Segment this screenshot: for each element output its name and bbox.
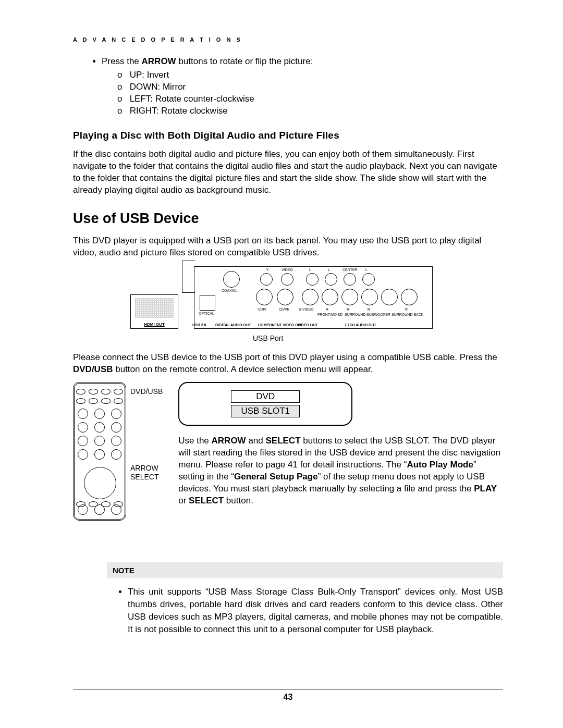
jack-icon — [260, 273, 273, 286]
section-heading-dual: Playing a Disc with Both Digital Audio a… — [73, 130, 503, 141]
caption: USB 2.0 — [192, 323, 206, 327]
jack-label: FRONT/MIXED — [317, 313, 342, 316]
jack-icon — [381, 289, 398, 305]
arrow-direction-list: UP: Invert DOWN: Mirror LEFT: Rotate cou… — [117, 69, 503, 117]
text: or — [178, 496, 189, 505]
text: Please connect the USB device to the USB… — [73, 352, 497, 362]
remote-button-icon — [78, 504, 88, 515]
jack-label: S-VIDEO — [299, 307, 314, 311]
note-heading: NOTE — [107, 562, 503, 578]
jack-icon — [256, 289, 273, 305]
arrow-keyword: ARROW — [142, 56, 176, 66]
text: Press the — [102, 56, 142, 66]
arrow-instruction-list: Press the ARROW buttons to rotate or fli… — [102, 56, 503, 117]
text: button. — [224, 496, 253, 505]
list-item: LEFT: Rotate counter-clockwise — [117, 93, 503, 105]
remote-button-icon — [94, 436, 105, 446]
optical-jack-icon — [200, 295, 215, 311]
page-footer: 43 — [73, 689, 503, 702]
jack-label: R — [368, 307, 370, 311]
caption: VIDEO OUT — [298, 323, 318, 327]
jack-icon — [361, 289, 378, 305]
remote-row — [75, 409, 125, 419]
remote-button-icon — [89, 389, 98, 394]
kw: PLAY — [474, 484, 497, 493]
jack-icon — [277, 289, 293, 305]
remote-button-icon — [78, 422, 88, 433]
list-item: UP: Invert — [117, 69, 503, 81]
jack-label: SURROUND BACK — [391, 313, 423, 316]
remote-row — [75, 422, 125, 433]
jack-label: R — [347, 307, 349, 311]
jack-icon — [362, 273, 375, 286]
remote-label-dvdusb: DVD/USB — [130, 387, 163, 396]
jack-label: Cr/Pr — [258, 307, 266, 311]
remote-button-icon — [111, 504, 121, 515]
right-column: DVD USB SLOT1 Use the ARROW and SELECT b… — [178, 382, 503, 507]
remote-dpad-icon — [84, 467, 116, 499]
content-area: A D V A N C E D O P E R A T I O N S Pres… — [73, 36, 503, 635]
remote-button-icon — [101, 389, 111, 394]
caption: COMPONENT VIDEO OUT — [258, 323, 303, 327]
text: and — [246, 436, 266, 446]
remote-button-icon — [111, 409, 121, 419]
jack-label: R — [405, 307, 408, 311]
caption: DIGITAL AUDIO OUT — [215, 323, 251, 327]
arrow-instruction-lead: Press the ARROW buttons to rotate or fli… — [102, 56, 503, 117]
remote-button-icon — [111, 449, 121, 460]
jack-label: L — [328, 268, 330, 272]
hdmi-out-diagram: HDMI OUT — [130, 294, 178, 329]
paragraph: Use the ARROW and SELECT buttons to sele… — [178, 435, 503, 507]
text: Use the — [178, 436, 211, 446]
jack-icon — [344, 273, 356, 286]
remote-and-menu-row: DVD/USB ARROW SELECT DVD USB SLOT1 Use t… — [73, 382, 503, 521]
remote-button-icon — [89, 398, 98, 404]
jack-label: L — [365, 268, 368, 272]
back-panel-figure: HDMI OUT COAXIAL Y VIDEO L L CENTER L — [130, 266, 503, 329]
jack-icon — [325, 273, 337, 286]
remote-button-icon — [111, 436, 121, 446]
remote-callout-labels: DVD/USB ARROW SELECT — [130, 382, 163, 521]
list-item: RIGHT: Rotate clockwise — [117, 105, 503, 117]
remote-button-icon — [78, 436, 88, 446]
caption: 7.1CH AUDIO OUT — [345, 323, 376, 327]
remote-label-select: SELECT — [130, 473, 163, 482]
remote-row — [75, 398, 125, 404]
jack-label: VIDEO — [281, 268, 293, 272]
remote-label-arrow: ARROW — [130, 464, 163, 473]
jack-label: Cb/Pb — [279, 307, 289, 311]
back-panel-diagram: COAXIAL Y VIDEO L L CENTER L — [194, 266, 433, 329]
remote-row — [75, 504, 125, 515]
text: buttons to rotate or flip the picture: — [176, 56, 313, 66]
jack-label: COAXIAL — [222, 289, 237, 292]
jack-label: SURROUND — [345, 313, 365, 316]
jack-label: R — [326, 307, 328, 311]
note-item: This unit supports “USB Mass Storage Cla… — [128, 586, 503, 635]
kw: General Setup Page — [234, 472, 318, 482]
remote-button-icon — [76, 389, 85, 394]
remote-figure: DVD/USB ARROW SELECT — [73, 382, 163, 521]
jack-icon — [302, 289, 319, 305]
paragraph: Please connect the USB device to the USB… — [73, 352, 503, 376]
remote-button-icon — [78, 449, 88, 460]
jack-icon — [281, 273, 293, 286]
remote-button-icon — [101, 398, 111, 404]
remote-outline — [73, 382, 126, 521]
list-item: DOWN: Mirror — [117, 81, 503, 93]
section-heading-usb: Use of USB Device — [73, 211, 503, 227]
jack-label: OPTICAL — [199, 312, 214, 315]
remote-row — [75, 436, 125, 446]
remote-button-icon — [94, 504, 105, 515]
menu-item-usb-slot1: USB SLOT1 — [231, 405, 300, 417]
hdmi-label: HDMI OUT — [131, 322, 178, 327]
kw: ARROW — [212, 436, 246, 446]
kw: SELECT — [265, 436, 300, 446]
dvdusb-keyword: DVD/USB — [73, 364, 113, 374]
manual-page: A D V A N C E D O P E R A T I O N S Pres… — [0, 0, 563, 728]
remote-button-icon — [76, 398, 85, 404]
kw: SELECT — [189, 496, 224, 505]
jack-icon — [322, 289, 338, 305]
kw: Auto Play Mode — [407, 460, 473, 470]
remote-button-icon — [94, 422, 105, 433]
remote-row — [75, 389, 125, 394]
